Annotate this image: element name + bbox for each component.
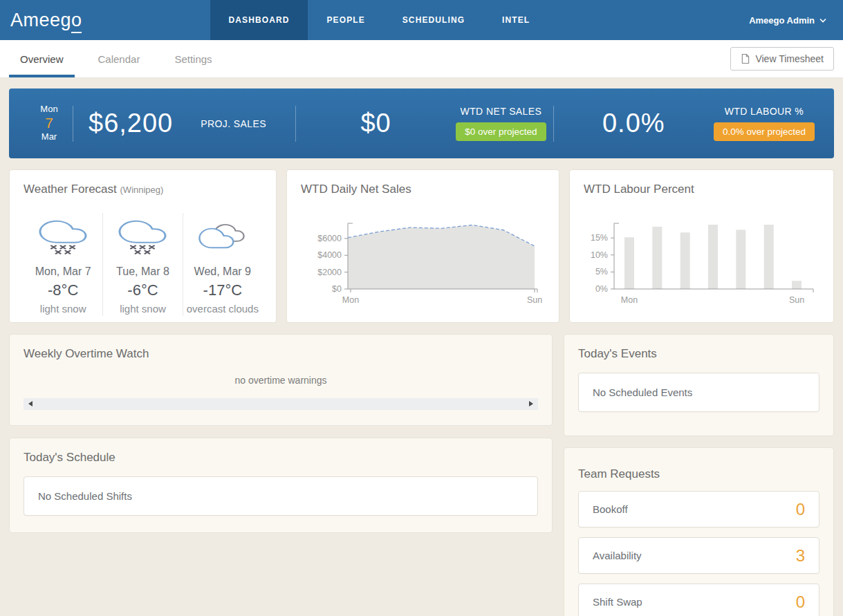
overtime-title: Weekly Overtime Watch (24, 347, 538, 361)
request-label: Shift Swap (593, 596, 642, 608)
todays-schedule-card: Today's Schedule No Scheduled Shifts (9, 438, 553, 533)
banner-day-number: 7 (37, 115, 62, 131)
request-label: Bookoff (593, 503, 628, 515)
chevron-down-icon (819, 18, 826, 23)
wtd-labour-label: WTD LABOUR % (725, 106, 804, 117)
labour-chart-title: WTD Labour Percent (584, 183, 819, 196)
svg-text:Mon: Mon (342, 295, 359, 305)
overtime-empty-message: no overtime warnings (24, 375, 538, 386)
projected-sales-label: PROJ. SALES (201, 118, 266, 129)
svg-text:0%: 0% (595, 284, 608, 294)
nav-tab-dashboard[interactable]: DASHBOARD (210, 0, 308, 40)
svg-text:$0: $0 (332, 284, 342, 294)
user-menu[interactable]: Ameego Admin (749, 0, 826, 40)
schedule-title: Today's Schedule (24, 451, 538, 465)
weather-day-mon: Mon, Mar 7 -8°C light snow (24, 213, 102, 316)
request-count: 0 (796, 500, 805, 519)
request-count: 3 (796, 546, 805, 566)
left-column: Weekly Overtime Watch no overtime warnin… (9, 334, 553, 533)
view-timesheet-button[interactable]: View Timesheet (730, 47, 834, 71)
projected-sales-value: $6,200 (89, 109, 173, 138)
request-count: 0 (796, 592, 805, 612)
weather-temp: -17°C (186, 281, 259, 299)
wtd-net-sales-label: WTD NET SALES (461, 106, 542, 117)
stats-banner: Mon 7 Mar $6,200 PROJ. SALES $0 WTD NET … (9, 88, 834, 158)
request-label: Availability (593, 550, 642, 561)
svg-text:Sun: Sun (789, 295, 804, 305)
nav-tab-people[interactable]: PEOPLE (308, 0, 383, 40)
cloud-snow-icon (38, 216, 88, 256)
labour-badge: 0.0% over projected (714, 122, 815, 141)
logo-text: Ameego (10, 10, 82, 30)
svg-text:Mon: Mon (621, 295, 638, 305)
banner-weekday: Mon (37, 104, 62, 115)
weather-location: (Winnipeg) (120, 185, 164, 195)
svg-text:Sun: Sun (527, 295, 542, 305)
top-navigation: Ameego DASHBOARD PEOPLE SCHEDULING INTEL… (0, 0, 843, 40)
wtd-daily-net-sales-card: WTD Daily Net Sales $0$2000$4000$6000Mon… (286, 169, 559, 323)
banner-month: Mar (37, 132, 62, 142)
weather-forecast-card: Weather Forecast (Winnipeg) Mon, Mar 7 (9, 169, 277, 323)
document-icon (741, 53, 750, 64)
weather-condition: overcast clouds (186, 303, 259, 315)
nav-tab-intel[interactable]: INTEL (483, 0, 548, 40)
dashboard-subnav: Overview Calendar Settings View Timeshee… (0, 40, 843, 78)
team-request-bookoff[interactable]: Bookoff 0 (578, 491, 819, 528)
weather-title: Weather Forecast (Winnipeg) (24, 183, 262, 196)
svg-text:10%: 10% (591, 250, 608, 260)
overcast-clouds-icon (197, 220, 248, 252)
scroll-right-arrow-icon[interactable] (529, 401, 533, 407)
svg-text:15%: 15% (591, 233, 608, 243)
banner-divider (73, 106, 73, 142)
banner-date: Mon 7 Mar (37, 104, 62, 142)
tab-settings[interactable]: Settings (163, 40, 223, 77)
main-nav-tabs: DASHBOARD PEOPLE SCHEDULING INTEL (210, 0, 549, 40)
weather-title-text: Weather Forecast (24, 183, 117, 196)
dashboard-content: Mon 7 Mar $6,200 PROJ. SALES $0 WTD NET … (0, 78, 843, 616)
schedule-empty-message: No Scheduled Shifts (24, 476, 538, 516)
weather-date: Wed, Mar 9 (186, 265, 259, 278)
scroll-left-arrow-icon[interactable] (28, 401, 33, 407)
wtd-labour-block: WTD LABOUR % 0.0% over projected (714, 106, 815, 141)
weather-days: Mon, Mar 7 -8°C light snow Tue, Mar 8 (24, 213, 262, 316)
svg-text:5%: 5% (595, 267, 608, 277)
wtd-daily-net-sales-chart: $0$2000$4000$6000MonSun (301, 221, 543, 311)
nav-tab-scheduling[interactable]: SCHEDULING (384, 0, 483, 40)
svg-text:$6000: $6000 (317, 234, 342, 243)
tab-calendar[interactable]: Calendar (87, 40, 151, 77)
wtd-labour-value: 0.0% (602, 109, 665, 138)
sales-chart-title: WTD Daily Net Sales (301, 183, 545, 196)
cloud-snow-icon (118, 216, 167, 256)
weather-date: Mon, Mar 7 (26, 265, 100, 278)
net-sales-badge: $0 over projected (456, 122, 546, 141)
team-request-availability[interactable]: Availability 3 (578, 537, 819, 574)
wtd-net-sales-block: WTD NET SALES $0 over projected (456, 106, 546, 141)
team-requests-card: Team Requests Bookoff 0 Availability 3 S… (564, 447, 834, 616)
user-name: Ameego Admin (749, 15, 815, 26)
weather-condition: light snow (106, 303, 179, 315)
weather-date: Tue, Mar 8 (106, 265, 179, 278)
weather-condition: light snow (26, 303, 100, 315)
right-column: Today's Events No Scheduled Events Team … (564, 334, 834, 616)
overtime-horizontal-scrollbar[interactable] (24, 398, 538, 410)
wtd-net-sales-value: $0 (360, 109, 391, 138)
todays-events-card: Today's Events No Scheduled Events (564, 334, 834, 436)
weather-temp: -8°C (26, 281, 100, 299)
weather-day-wed: Wed, Mar 9 -17°C overcast clouds (183, 213, 262, 316)
wtd-labour-percent-chart: 0%5%10%15%MonSun (584, 221, 821, 311)
team-requests-title: Team Requests (578, 467, 819, 481)
logo-underline (71, 32, 82, 33)
wtd-labour-percent-card: WTD Labour Percent 0%5%10%15%MonSun (569, 169, 834, 323)
events-title: Today's Events (578, 347, 819, 361)
ameego-logo[interactable]: Ameego (10, 10, 82, 31)
weather-temp: -6°C (106, 281, 179, 299)
view-timesheet-label: View Timesheet (755, 53, 824, 64)
svg-text:$2000: $2000 (317, 268, 342, 277)
events-empty-message: No Scheduled Events (578, 373, 819, 412)
weather-day-tue: Tue, Mar 8 -6°C light snow (102, 213, 182, 316)
svg-text:$4000: $4000 (317, 250, 342, 260)
tab-overview[interactable]: Overview (9, 40, 75, 77)
weekly-overtime-watch-card: Weekly Overtime Watch no overtime warnin… (9, 334, 553, 426)
team-request-shift-swap[interactable]: Shift Swap 0 (578, 584, 819, 616)
